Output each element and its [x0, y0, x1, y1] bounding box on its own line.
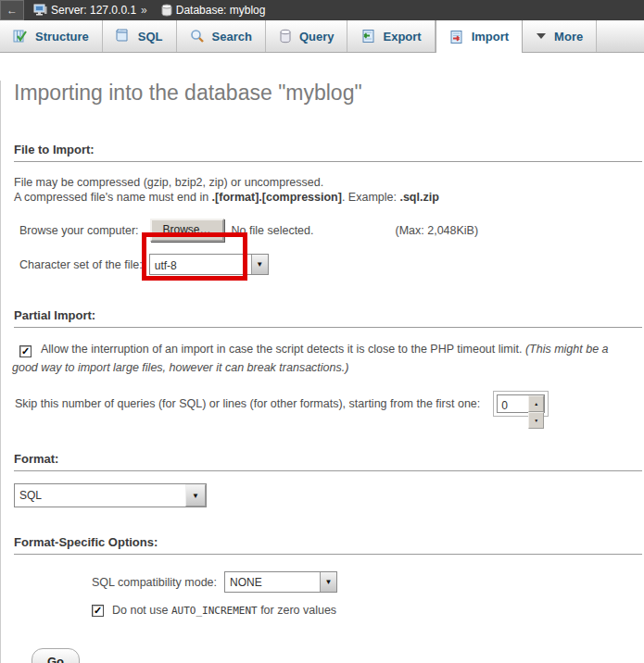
- browse-button[interactable]: Browse…: [150, 219, 224, 242]
- tab-export[interactable]: Export: [347, 20, 435, 52]
- partial-import-heading: Partial Import:: [14, 308, 642, 328]
- autoinc-code: AUTO_INCREMENT: [171, 605, 258, 617]
- autoinc-suffix: for zero values: [258, 604, 336, 617]
- format-select[interactable]: SQL ▼: [14, 483, 207, 507]
- page-title: Importing into the database "myblog": [14, 81, 644, 106]
- format-specific-options-heading: Format-Specific Options:: [14, 535, 642, 555]
- export-icon: [360, 29, 375, 44]
- skip-queries-label: Skip this number of queries (for SQL) or…: [15, 396, 480, 411]
- line2-format-pattern: .[format].[compression]: [212, 191, 342, 204]
- tab-import[interactable]: Import: [436, 20, 523, 53]
- spinner-up-button[interactable]: ▲: [528, 395, 544, 412]
- tab-label: Import: [472, 30, 509, 44]
- select-arrow-icon[interactable]: ▼: [320, 572, 336, 592]
- back-button[interactable]: ←: [0, 0, 24, 20]
- compression-line1: File may be compressed (gzip, bzip2, zip…: [14, 175, 644, 190]
- tab-label: More: [554, 30, 583, 44]
- sql-compatibility-row: SQL compatibility mode: NONE ▼: [92, 571, 644, 593]
- search-icon: [190, 29, 205, 44]
- breadcrumb-database[interactable]: Database: myblog: [176, 4, 266, 17]
- topbar: ← Server: 127.0.0.1 » Database: myblog: [0, 0, 644, 20]
- tab-sql[interactable]: SQL: [103, 20, 177, 52]
- tab-structure[interactable]: Structure: [0, 20, 103, 52]
- file-to-import-heading: File to Import:: [14, 143, 642, 162]
- tab-query[interactable]: Query: [266, 20, 348, 52]
- line2-example: .sql.zip: [399, 191, 438, 204]
- sql-compatibility-select[interactable]: NONE ▼: [224, 571, 337, 593]
- skip-queries-value: 0: [498, 395, 508, 412]
- auto-increment-label: Do not use AUTO_INCREMENT for zero value…: [112, 604, 336, 617]
- tab-label: Structure: [35, 30, 89, 44]
- number-spinner: ▲ ▼: [528, 395, 544, 412]
- import-icon: [449, 30, 464, 44]
- no-file-selected-text: No file selected.: [232, 223, 314, 238]
- skip-queries-input-wrap: 0 ▲ ▼: [493, 391, 549, 417]
- spinner-down-button[interactable]: ▼: [528, 412, 544, 429]
- charset-select[interactable]: utf-8 ▼: [149, 254, 269, 275]
- allow-interrupt-checkbox[interactable]: ✓: [19, 345, 32, 357]
- select-arrow-icon[interactable]: ▼: [251, 255, 268, 274]
- format-select-value: SQL: [15, 484, 47, 507]
- max-upload-size: (Max: 2,048KiB): [395, 223, 478, 238]
- skip-queries-row: Skip this number of queries (for SQL) or…: [15, 391, 644, 417]
- line2-prefix: A compressed file's name must end in: [14, 191, 212, 204]
- select-arrow-icon[interactable]: ▼: [185, 484, 206, 507]
- charset-row: Character set of the file: utf-8 ▼: [19, 254, 644, 275]
- server-icon: [33, 4, 47, 17]
- format-heading: Format:: [14, 452, 642, 471]
- breadcrumb-server[interactable]: Server: 127.0.0.1: [51, 4, 136, 17]
- database-icon: [161, 4, 172, 17]
- allow-interrupt-row: ✓Allow the interruption of an import in …: [12, 340, 633, 377]
- tab-search[interactable]: Search: [177, 20, 266, 52]
- browse-label: Browse your computer:: [19, 223, 139, 238]
- tab-more[interactable]: More: [523, 20, 597, 52]
- tab-label: Export: [383, 30, 421, 44]
- breadcrumb-separator: »: [141, 4, 147, 17]
- query-icon: [279, 29, 292, 44]
- compression-info: File may be compressed (gzip, bzip2, zip…: [14, 175, 644, 205]
- allow-interrupt-label: Allow the interruption of an import in c…: [41, 343, 525, 356]
- browse-row: Browse your computer: Browse… No file se…: [19, 219, 644, 242]
- tab-label: SQL: [138, 30, 163, 44]
- chevron-down-icon: [536, 32, 547, 40]
- skip-queries-input[interactable]: 0 ▲ ▼: [497, 394, 545, 413]
- charset-select-value: utf-8: [150, 255, 183, 274]
- autoinc-prefix: Do not use: [112, 604, 171, 617]
- structure-icon: [13, 29, 28, 44]
- sql-icon: [116, 29, 131, 44]
- tab-label: Search: [212, 30, 252, 44]
- compression-line2: A compressed file's name must end in .[f…: [14, 190, 644, 205]
- sql-compatibility-value: NONE: [225, 572, 268, 592]
- import-page: Importing into the database "myblog" Fil…: [0, 81, 644, 663]
- auto-increment-checkbox[interactable]: ✓: [92, 605, 104, 617]
- tab-bar: Structure SQL Search Query: [0, 20, 644, 53]
- sql-compatibility-label: SQL compatibility mode:: [92, 576, 217, 589]
- line2-mid: . Example:: [342, 191, 400, 204]
- go-button[interactable]: Go: [32, 648, 80, 663]
- auto-increment-row: ✓ Do not use AUTO_INCREMENT for zero val…: [92, 604, 644, 617]
- charset-label: Character set of the file:: [19, 257, 143, 272]
- tab-label: Query: [299, 30, 335, 44]
